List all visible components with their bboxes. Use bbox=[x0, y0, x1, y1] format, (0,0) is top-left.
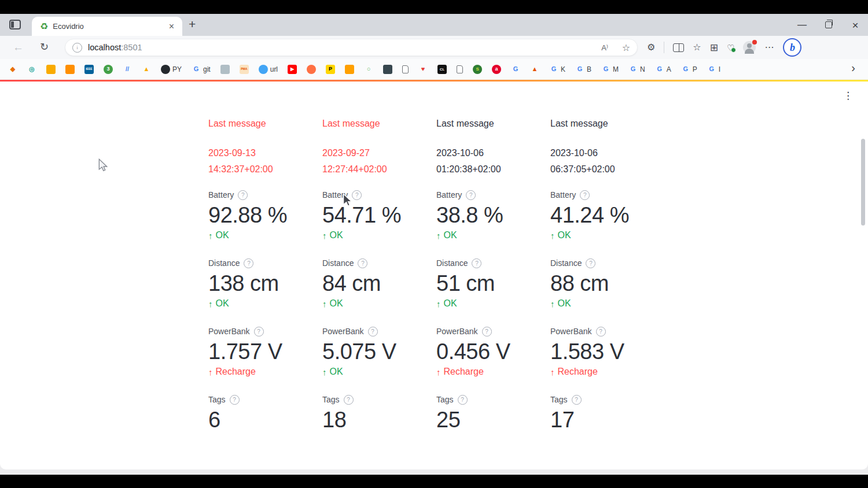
bookmark-green-3[interactable]: 3 bbox=[104, 65, 113, 74]
up-arrow-icon: ↑ bbox=[550, 367, 555, 377]
bookmark-red-eye[interactable] bbox=[307, 65, 316, 74]
refresh-button[interactable]: ↻ bbox=[40, 40, 49, 53]
bookmark-google-m[interactable]: GM bbox=[601, 65, 619, 74]
tab-close-icon[interactable]: × bbox=[167, 21, 176, 32]
tab-actions-menu-icon[interactable] bbox=[9, 20, 21, 29]
distance-value: 84 cm bbox=[322, 270, 436, 297]
help-icon[interactable]: ? bbox=[352, 190, 362, 200]
bookmark-analytics[interactable]: ▲ bbox=[142, 65, 151, 74]
bookmark-document2[interactable] bbox=[457, 65, 463, 73]
extensions-icon[interactable]: ⚙ bbox=[647, 43, 655, 52]
bookmark-cl-badge[interactable]: CL bbox=[437, 65, 447, 74]
bookmark-heart[interactable]: ♥ bbox=[418, 65, 428, 74]
device-column: Last message 2023-10-06 01:20:38+02:00 B… bbox=[436, 119, 550, 433]
bookmark-document1[interactable] bbox=[402, 65, 409, 73]
bookmark-google-ads[interactable]: // bbox=[123, 65, 132, 74]
google-b-icon: G bbox=[575, 65, 584, 74]
bookmark-label: P bbox=[693, 65, 697, 73]
bookmark-photos[interactable] bbox=[46, 65, 56, 74]
bookmark-yellow-p[interactable]: P bbox=[326, 65, 335, 74]
battery-metric: Battery? 54.71 % ↑OK bbox=[322, 189, 436, 241]
back-button[interactable]: ← bbox=[13, 41, 24, 54]
green-ring-icon: ○ bbox=[364, 65, 373, 74]
restore-button[interactable] bbox=[825, 21, 832, 28]
minimize-button[interactable]: — bbox=[797, 20, 807, 29]
github-icon bbox=[161, 65, 170, 74]
new-tab-button[interactable]: + bbox=[189, 17, 196, 31]
help-icon[interactable]: ? bbox=[368, 327, 378, 337]
tags-metric: Tags? 6 bbox=[208, 394, 322, 433]
bookmark-matlab[interactable]: ▲ bbox=[530, 65, 539, 74]
bookmark-phpmyadmin[interactable]: PMA bbox=[240, 65, 249, 74]
bookmark-bar-chart[interactable] bbox=[65, 65, 75, 74]
bookmark-youtube[interactable]: ▶ bbox=[288, 65, 297, 74]
bookmark-google2[interactable]: G bbox=[511, 65, 520, 74]
help-icon[interactable]: ? bbox=[244, 258, 253, 268]
distance-value: 88 cm bbox=[550, 270, 664, 297]
up-arrow-icon: ↑ bbox=[436, 367, 441, 377]
app-menu-icon[interactable]: ⋮ bbox=[841, 90, 855, 102]
browser-tab[interactable]: ♻ Ecovidrio × bbox=[32, 17, 182, 36]
site-info-icon[interactable]: i bbox=[72, 43, 82, 53]
bookmark-google-i[interactable]: GI bbox=[707, 65, 720, 74]
help-icon[interactable]: ? bbox=[472, 258, 481, 268]
up-arrow-icon: ↑ bbox=[550, 299, 555, 309]
battery-delta: ↑OK bbox=[550, 230, 664, 241]
help-icon[interactable]: ? bbox=[358, 258, 367, 268]
distance-metric: Distance? 138 cm ↑OK bbox=[208, 257, 322, 309]
up-arrow-icon: ↑ bbox=[550, 231, 555, 241]
help-icon[interactable]: ? bbox=[572, 395, 582, 405]
browser-essentials-icon[interactable]: ♡ bbox=[727, 43, 734, 52]
bookmark-google[interactable]: Ggit bbox=[192, 65, 211, 74]
help-icon[interactable]: ? bbox=[482, 327, 492, 337]
bookmark-github[interactable]: PY bbox=[161, 65, 182, 74]
bookmarks-overflow-chevron-icon[interactable]: › bbox=[851, 61, 855, 75]
bookmark-google-a[interactable]: GA bbox=[655, 65, 671, 74]
address-bar[interactable]: i localhost:8501 A ☆ bbox=[65, 39, 638, 56]
bookmark-teal-ring[interactable]: ◎ bbox=[27, 65, 36, 74]
bookmark-dark-site[interactable] bbox=[383, 65, 392, 74]
window-controls: — × bbox=[797, 14, 860, 36]
help-icon[interactable]: ? bbox=[230, 395, 240, 405]
bookmark-ieee[interactable]: IEEE bbox=[84, 65, 94, 74]
settings-more-icon[interactable]: ⋯ bbox=[764, 43, 774, 52]
last-message-label: Last message bbox=[550, 119, 664, 130]
collections-icon[interactable]: ⊞ bbox=[710, 43, 718, 53]
help-icon[interactable]: ? bbox=[458, 395, 468, 405]
bookmark-label: PY bbox=[172, 65, 182, 73]
recycle-favicon-icon: ♻ bbox=[40, 22, 48, 31]
read-aloud-icon[interactable]: A bbox=[601, 43, 608, 52]
close-window-button[interactable]: × bbox=[851, 20, 860, 29]
bookmark-google-p[interactable]: GP bbox=[681, 65, 697, 74]
date-value: 2023-10-06 bbox=[436, 145, 550, 161]
scrollbar-thumb[interactable] bbox=[861, 139, 865, 225]
help-icon[interactable]: ? bbox=[586, 258, 595, 268]
bookmark-blue-arc[interactable]: url bbox=[259, 65, 278, 74]
battery-value: 54.71 % bbox=[322, 202, 436, 228]
split-screen-icon[interactable] bbox=[673, 43, 684, 52]
bookmark-google-k[interactable]: GK bbox=[549, 65, 565, 74]
streamlit-app: ⋮ Last message 2023-09-13 14:32:37+02:00… bbox=[0, 80, 868, 469]
bookmark-green-ring[interactable]: ○ bbox=[364, 65, 373, 74]
airtel-icon: a bbox=[492, 65, 501, 74]
bing-chat-icon[interactable]: b bbox=[783, 38, 801, 57]
bookmark-camera[interactable] bbox=[345, 65, 354, 74]
help-icon[interactable]: ? bbox=[466, 190, 476, 200]
help-icon[interactable]: ? bbox=[344, 395, 354, 405]
bookmark-tangram[interactable]: ◆ bbox=[8, 65, 17, 74]
bookmark-gray-site[interactable] bbox=[220, 65, 230, 74]
help-icon[interactable]: ? bbox=[254, 327, 264, 337]
help-icon[interactable]: ? bbox=[596, 327, 606, 337]
profile-avatar[interactable] bbox=[743, 41, 756, 54]
bookmark-google-b[interactable]: GB bbox=[575, 65, 591, 74]
bookmark-s-green[interactable]: S bbox=[473, 65, 482, 74]
bookmark-airtel[interactable]: a bbox=[492, 65, 501, 74]
up-arrow-icon: ↑ bbox=[436, 299, 441, 309]
google-p-icon: G bbox=[681, 65, 690, 74]
date-value: 2023-10-06 bbox=[550, 145, 664, 161]
favorites-icon[interactable]: ☆ bbox=[693, 43, 701, 52]
help-icon[interactable]: ? bbox=[580, 190, 590, 200]
add-favorite-icon[interactable]: ☆ bbox=[622, 42, 630, 53]
bookmark-google-n[interactable]: GN bbox=[628, 65, 645, 74]
help-icon[interactable]: ? bbox=[238, 190, 248, 200]
